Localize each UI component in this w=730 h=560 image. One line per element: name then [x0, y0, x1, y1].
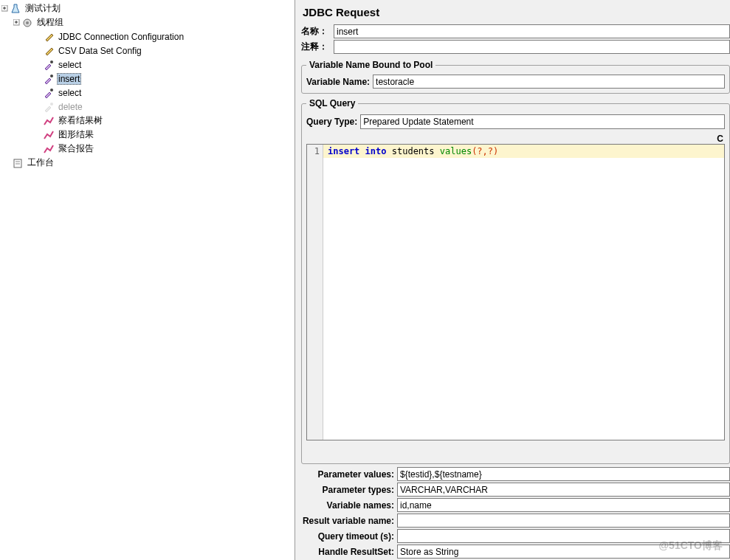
- svg-point-11: [50, 103, 53, 106]
- tree-label: 测试计划: [24, 1, 62, 15]
- svg-point-9: [50, 75, 53, 77]
- right-char: C: [306, 132, 725, 144]
- tree-label: delete: [57, 101, 84, 113]
- editor-panel: JDBC Request 名称： 注释： Variable Name Bound…: [295, 0, 730, 560]
- tree-node-insert[interactable]: insert: [0, 72, 295, 86]
- code-line: insert into students values(?,?): [323, 145, 724, 158]
- chart-icon: [43, 143, 55, 155]
- query-type-value: Prepared Update Statement: [363, 117, 473, 127]
- tree-label: 工作台: [26, 156, 55, 170]
- tree-node-workbench[interactable]: 工作台: [0, 156, 295, 170]
- tree-node-thread-group[interactable]: 线程组: [0, 15, 295, 30]
- tree-label: select: [57, 59, 83, 71]
- comment-row: 注释：: [301, 40, 730, 54]
- wrench-icon: [43, 45, 55, 57]
- sql-query-legend: SQL Query: [306, 98, 358, 108]
- query-type-label: Query Type:: [306, 117, 357, 127]
- tree-label: JDBC Connection Configuration: [57, 31, 185, 43]
- tree-label: select: [57, 87, 83, 99]
- bottom-fields: Parameter values: Parameter types: Varia…: [301, 467, 730, 560]
- tree-node-csv-config[interactable]: CSV Data Set Config: [0, 44, 295, 58]
- query-type-combo[interactable]: Prepared Update Statement: [360, 114, 725, 129]
- svg-point-10: [50, 89, 53, 91]
- tree-label: 察看结果树: [57, 114, 104, 128]
- tree-node-test-plan[interactable]: 测试计划: [0, 1, 295, 15]
- tree-label: CSV Data Set Config: [57, 45, 143, 57]
- param-types-label: Parameter types:: [301, 485, 397, 495]
- toggle-icon[interactable]: [13, 19, 20, 26]
- variable-pool-legend: Variable Name Bound to Pool: [306, 60, 435, 70]
- wrench-icon: [43, 31, 55, 43]
- tree-node-results-tree[interactable]: 察看结果树: [0, 114, 295, 128]
- tree-label: 图形结果: [57, 128, 95, 142]
- dropper-icon: [43, 73, 55, 85]
- comment-input[interactable]: [334, 40, 730, 54]
- tree-node-jdbc-config[interactable]: JDBC Connection Configuration: [0, 30, 295, 44]
- chart-icon: [43, 129, 55, 141]
- panel-title: JDBC Request: [301, 6, 730, 18]
- variable-pool-group: Variable Name Bound to Pool Variable Nam…: [301, 60, 730, 94]
- dropper-icon: [43, 59, 55, 71]
- tree-node-delete[interactable]: delete: [0, 100, 295, 114]
- query-timeout-input[interactable]: [397, 529, 730, 543]
- result-variable-label: Result variable name:: [301, 516, 397, 526]
- sql-query-group: SQL Query Query Type: Prepared Update St…: [301, 98, 730, 464]
- variable-name-input[interactable]: [373, 75, 725, 89]
- tree-node-select-1[interactable]: select: [0, 58, 295, 72]
- dropper-icon: [43, 101, 55, 113]
- param-values-input[interactable]: [397, 467, 730, 481]
- param-values-label: Parameter values:: [301, 469, 397, 480]
- variable-names-input[interactable]: [397, 498, 730, 512]
- tree-label: 聚合报告: [57, 142, 95, 156]
- code-content[interactable]: insert into students values(?,?): [323, 145, 724, 440]
- variable-name-label: Variable Name:: [306, 77, 373, 87]
- param-types-input[interactable]: [397, 483, 730, 497]
- clipboard-icon: [12, 157, 24, 169]
- name-label: 名称：: [301, 25, 334, 38]
- svg-point-8: [50, 61, 53, 63]
- handle-resultset-label: Handle ResultSet:: [301, 547, 397, 557]
- tree-node-select-2[interactable]: select: [0, 86, 295, 100]
- gutter: 1: [307, 145, 323, 440]
- dropper-icon: [43, 87, 55, 99]
- line-number: 1: [307, 146, 320, 156]
- sql-editor[interactable]: 1 insert into students values(?,?): [306, 144, 725, 440]
- comment-label: 注释：: [301, 41, 334, 53]
- result-variable-input[interactable]: [397, 514, 730, 528]
- handle-resultset-value: Store as String: [400, 547, 458, 557]
- tree-label: 线程组: [35, 15, 65, 30]
- tree-node-graph-results[interactable]: 图形结果: [0, 128, 295, 142]
- toggle-icon[interactable]: [1, 5, 8, 12]
- tree-label: insert: [57, 73, 81, 85]
- chart-icon: [43, 115, 55, 127]
- beaker-icon: [10, 3, 21, 15]
- name-input[interactable]: [334, 24, 730, 38]
- tree-panel: 测试计划 线程组 JDBC Connection Configuration C…: [0, 0, 295, 560]
- gear-icon: [21, 17, 33, 29]
- variable-names-label: Variable names:: [301, 500, 397, 511]
- tree: 测试计划 线程组 JDBC Connection Configuration C…: [0, 1, 295, 170]
- tree-node-aggregate-report[interactable]: 聚合报告: [0, 142, 295, 156]
- name-row: 名称：: [301, 24, 730, 38]
- svg-point-7: [26, 21, 29, 24]
- query-timeout-label: Query timeout (s):: [301, 531, 397, 542]
- handle-resultset-combo[interactable]: Store as String: [397, 545, 730, 559]
